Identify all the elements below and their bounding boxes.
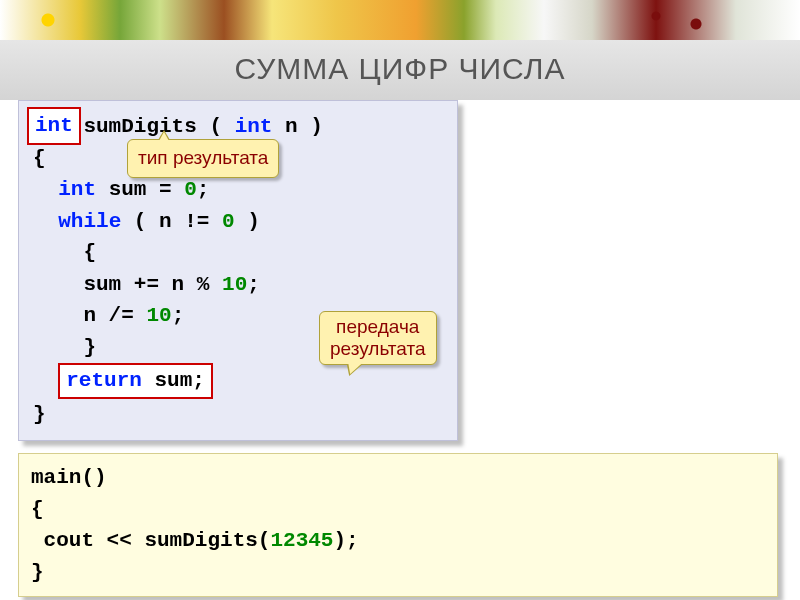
code-line: }	[31, 557, 765, 589]
code-line: sumDigits ( int n )	[33, 111, 443, 143]
code-text: cout << sumDigits(	[31, 529, 270, 552]
code-line: sum += n % 10;	[33, 269, 443, 301]
number: 10	[146, 304, 171, 327]
number: 12345	[270, 529, 333, 552]
keyword: return	[66, 369, 142, 392]
callout-text: передача	[336, 316, 419, 337]
keyword: while	[58, 210, 121, 233]
code-text: ( n !=	[121, 210, 222, 233]
number: 0	[222, 210, 235, 233]
number: 10	[222, 273, 247, 296]
number: 0	[184, 178, 197, 201]
slide-body: int sumDigits ( int n ) { int sum = 0; w…	[0, 100, 800, 597]
decorative-seasons-strip	[0, 0, 800, 40]
code-text	[33, 210, 58, 233]
code-text	[33, 369, 58, 392]
code-line: main()	[31, 462, 765, 494]
code-line: {	[31, 494, 765, 526]
callout-result-type: тип результата	[127, 139, 279, 178]
int-return-type-box: int	[27, 107, 81, 145]
code-text: sum =	[96, 178, 184, 201]
callout-text: тип результата	[138, 147, 268, 168]
code-text	[33, 178, 58, 201]
code-text: sum += n %	[33, 273, 222, 296]
keyword: int	[58, 178, 96, 201]
code-line: int sum = 0;	[33, 174, 443, 206]
callout-return-result: передача результата	[319, 311, 437, 365]
code-text: ;	[197, 178, 210, 201]
code-text: n )	[272, 115, 322, 138]
code-block-sumdigits: int sumDigits ( int n ) { int sum = 0; w…	[18, 100, 458, 441]
code-line: return sum;	[33, 363, 443, 399]
callout-tail	[158, 130, 170, 140]
code-line: {	[33, 237, 443, 269]
page-title: СУММА ЦИФР ЧИСЛА	[0, 40, 800, 100]
code-line: while ( n != 0 )	[33, 206, 443, 238]
code-line: }	[33, 399, 443, 431]
keyword: int	[235, 115, 273, 138]
code-text: ;	[247, 273, 260, 296]
code-text: );	[333, 529, 371, 552]
code-block-main: main() { cout << sumDigits(12345); }	[18, 453, 778, 597]
code-text: sum;	[142, 369, 205, 392]
code-text: n /=	[33, 304, 146, 327]
callout-text: результата	[330, 338, 426, 359]
code-text: )	[235, 210, 273, 233]
code-text: ;	[172, 304, 185, 327]
code-line: cout << sumDigits(12345);	[31, 525, 765, 557]
return-statement-box: return sum;	[58, 363, 213, 399]
